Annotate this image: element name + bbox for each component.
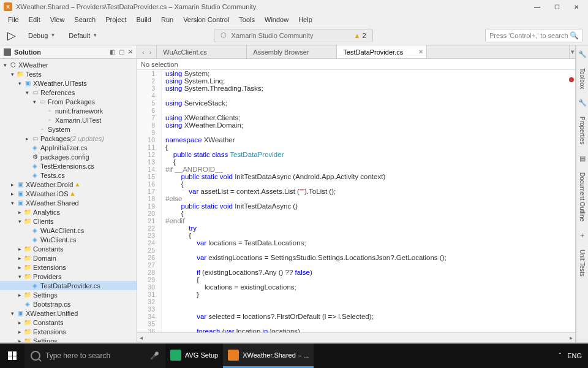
editor-tab-wuac[interactable]: WuAcClient.cs [157,45,247,58]
tree-file-bootstrap[interactable]: ◈Bootstrap.cs [0,299,137,309]
tree-file-tests[interactable]: ◈Tests.cs [0,171,137,180]
tree-references[interactable]: ▾▭References [0,88,137,97]
tree-file-testext[interactable]: ◈TestExtensions.cs [0,161,137,171]
breakpoint-gutter-icon[interactable] [569,77,574,82]
solution-icon [4,48,11,56]
tree-ref-nunit[interactable]: ▫nunit.framework [0,106,137,115]
warning-icon: ▲ [70,190,76,197]
microphone-icon[interactable]: 🎤 [150,351,159,360]
tree-from-packages[interactable]: ▾▭From Packages [0,97,137,106]
tree-file-tdp[interactable]: ◈TestDataProvider.cs [0,281,137,290]
menu-help[interactable]: Help [294,15,317,25]
tree-folder-settings2[interactable]: ▸📁Settings [0,336,137,342]
tree-folder-tests[interactable]: ▾📁Tests [0,69,137,79]
window-title: XWeather.Shared – Providers\TestDataProv… [16,3,533,10]
toolbox-tab[interactable]: Toolbox [578,63,587,94]
tree-folder-clients[interactable]: ▾📁Clients [0,217,137,226]
editor-tab-tdp[interactable]: TestDataProvider.cs✕ [337,45,427,58]
taskbar-task-avg[interactable]: AVG Setup [165,343,223,368]
tab-close-icon[interactable]: ✕ [418,48,423,55]
taskbar-task-xamarin[interactable]: XWeather.Shared – ... [223,343,314,368]
menu-version-control[interactable]: Version Control [179,15,233,25]
warning-icon: ▲ [74,181,80,188]
xamarin-icon [228,350,239,361]
tree-folder-analytics[interactable]: ▸📁Analytics [0,207,137,217]
warning-count: 2 [362,32,366,39]
search-icon [31,351,40,361]
menu-view[interactable]: View [46,15,69,25]
search-icon: 🔍 [570,31,579,40]
nav-forward-button[interactable]: › [147,48,154,56]
add-tab-icon[interactable]: + [580,229,584,242]
tree-folder-settings[interactable]: ▸📁Settings [0,290,137,299]
horizontal-scrollbar[interactable]: ◂▸ [137,332,575,342]
properties-icon[interactable]: 🔧 [578,96,587,109]
avg-icon [170,350,181,361]
code-editor[interactable]: 1using System; 2using System.Linq; 3usin… [137,70,575,332]
outline-tab[interactable]: Document Outline [578,167,587,226]
global-search[interactable]: Press 'Control+,' to search 🔍 [485,29,583,42]
menu-tools[interactable]: Tools [235,15,259,25]
scroll-right-icon[interactable]: ▸ [567,334,575,341]
tree-file-appinit[interactable]: ◈AppInitializer.cs [0,143,137,152]
tree-folder-constants[interactable]: ▸📁Constants [0,244,137,253]
maximize-button[interactable]: ☐ [552,2,561,11]
pad-autohide-icon[interactable]: ▢ [119,48,124,55]
config-dropdown[interactable]: Debug▼ [24,31,59,40]
status-box: ⬡ Xamarin Studio Community ▲2 [214,29,373,42]
tree-file-wuac[interactable]: ◈WuAcClient.cs [0,226,137,235]
taskbar-search[interactable]: Type here to search 🎤 [24,343,165,368]
tree-packages[interactable]: ▸▭Packages (2 updates) [0,134,137,143]
target-dropdown[interactable]: Default▼ [65,31,101,40]
tree-folder-extensions2[interactable]: ▸📁Extensions [0,327,137,336]
tab-dropdown-icon[interactable]: ▾ [569,45,575,58]
app-icon: X [4,2,12,11]
warning-badge[interactable]: ▲2 [354,32,366,39]
pad-close-icon[interactable]: ✕ [128,48,133,55]
minimize-button[interactable]: — [533,2,541,11]
menu-run[interactable]: Run [157,15,178,25]
close-button[interactable]: ✕ [572,2,581,11]
taskbar-search-placeholder: Type here to search [45,351,110,360]
menu-window[interactable]: Window [260,15,293,25]
toolbox-icon[interactable]: 🔧 [578,48,587,61]
windows-icon [8,351,17,360]
tree-project-ios[interactable]: ▸▣XWeather.iOS▲ [0,189,137,198]
tree-folder-providers[interactable]: ▾📁Providers [0,272,137,281]
scroll-left-icon[interactable]: ◂ [137,334,145,341]
chevron-down-icon: ▼ [50,33,55,38]
solution-title: Solution [14,48,110,56]
unittests-tab[interactable]: Unit Tests [578,245,587,282]
pad-options-icon[interactable]: ◧ [110,48,115,55]
tree-project-unified[interactable]: ▾▣XWeather.Unified [0,309,137,318]
tree-ref-xamuitest[interactable]: ▫Xamarin.UITest [0,115,137,125]
tree-ref-system[interactable]: ▫System [0,125,137,134]
menu-search[interactable]: Search [70,15,100,25]
tree-folder-domain[interactable]: ▸📁Domain [0,253,137,263]
config-label: Debug [28,32,48,39]
tray-chevron-icon[interactable]: ˆ [559,352,561,359]
menu-project[interactable]: Project [101,15,130,25]
solution-tree[interactable]: ▾⬡XWeather ▾📁Tests ▾▣XWeather.UITests ▾▭… [0,59,137,342]
menu-edit[interactable]: Edit [24,15,45,25]
breadcrumb[interactable]: No selection [137,59,575,70]
properties-tab[interactable]: Properties [578,112,587,150]
tray-language[interactable]: ENG [567,352,582,359]
tree-project-uitests[interactable]: ▾▣XWeather.UITests [0,79,137,88]
outline-icon[interactable]: ▤ [579,152,586,165]
nav-back-button[interactable]: ‹ [140,48,147,56]
warning-icon: ▲ [354,32,361,39]
search-placeholder: Press 'Control+,' to search [489,32,568,39]
editor-tab-assembly[interactable]: Assembly Browser [247,45,337,58]
tree-project-shared[interactable]: ▾▣XWeather.Shared [0,198,137,207]
tree-file-wuclient[interactable]: ◈WuClient.cs [0,235,137,244]
tree-solution-root[interactable]: ▾⬡XWeather [0,60,137,69]
menu-build[interactable]: Build [132,15,155,25]
tree-file-pkgcfg[interactable]: ⚙packages.config [0,152,137,161]
start-button[interactable] [0,343,24,368]
tree-folder-constants2[interactable]: ▸📁Constants [0,318,137,327]
tree-project-droid[interactable]: ▸▣XWeather.Droid▲ [0,180,137,189]
run-button[interactable]: ▷ [5,29,18,42]
menu-file[interactable]: File [4,15,23,25]
tree-folder-extensions[interactable]: ▸📁Extensions [0,263,137,272]
